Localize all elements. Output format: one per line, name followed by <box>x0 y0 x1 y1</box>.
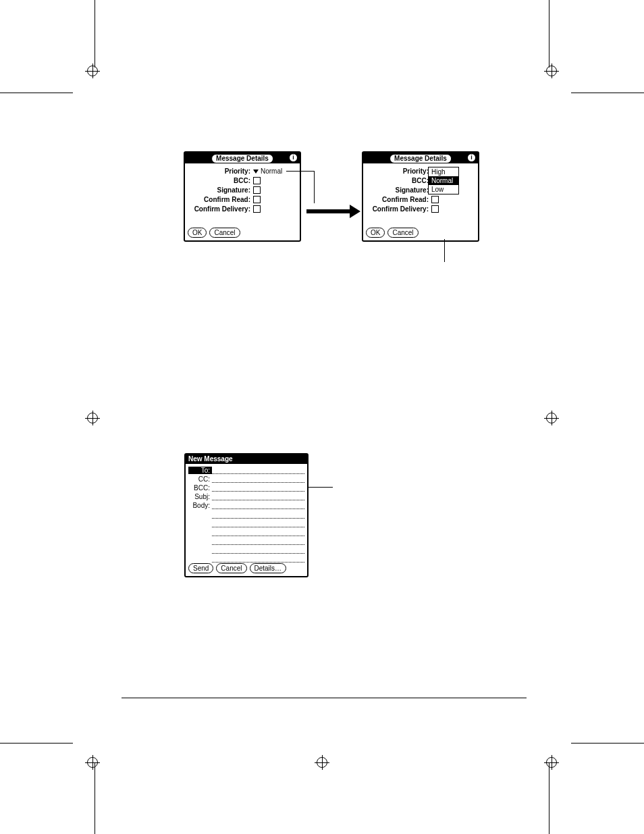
registration-mark-icon <box>544 411 559 425</box>
bcc-label: BCC: <box>188 177 253 184</box>
priority-option-selected[interactable]: Normal <box>429 176 458 185</box>
crop-mark <box>549 763 549 834</box>
confirm-read-label: Confirm Read: <box>367 196 431 203</box>
registration-mark-icon <box>85 755 100 770</box>
bcc-field[interactable] <box>212 484 304 492</box>
signature-label: Signature: <box>188 186 253 194</box>
confirm-delivery-checkbox[interactable] <box>253 205 261 213</box>
ok-button[interactable]: OK <box>366 228 385 238</box>
cancel-button[interactable]: Cancel <box>387 228 418 238</box>
callout-line <box>286 171 314 172</box>
dialog-title: New Message <box>186 454 236 464</box>
registration-mark-icon <box>544 63 559 78</box>
crop-mark <box>571 743 644 744</box>
message-details-dialog-dropdown: Message Details i Priority: BCC: Signatu… <box>362 151 479 242</box>
crop-mark <box>95 0 95 68</box>
message-details-dialog: Message Details i Priority: Normal BCC: … <box>184 151 301 242</box>
priority-popup[interactable]: High Normal Low <box>428 167 459 194</box>
dialog-titlebar: New Message <box>186 454 307 464</box>
crop-mark <box>549 0 549 68</box>
registration-mark-icon <box>85 63 100 78</box>
page: Message Details i Priority: Normal BCC: … <box>0 0 644 834</box>
confirm-delivery-checkbox[interactable] <box>431 205 439 213</box>
dialog-title: Message Details <box>390 154 452 163</box>
body-label[interactable]: Body: <box>188 502 212 509</box>
info-icon[interactable]: i <box>290 154 297 161</box>
callout-line <box>307 487 333 488</box>
body-line[interactable] <box>212 536 304 545</box>
confirm-read-label: Confirm Read: <box>188 196 253 203</box>
dialog-titlebar: Message Details i <box>185 153 300 163</box>
signature-checkbox[interactable] <box>253 186 261 194</box>
crop-mark <box>0 743 73 744</box>
confirm-delivery-label: Confirm Delivery: <box>188 205 253 213</box>
signature-label: Signature: <box>367 186 431 194</box>
arrow-head-icon <box>350 205 360 218</box>
cc-field[interactable] <box>212 475 304 483</box>
priority-picker[interactable]: Normal <box>253 167 282 175</box>
registration-mark-icon <box>544 755 559 770</box>
to-field[interactable] <box>212 466 304 474</box>
priority-option[interactable]: Low <box>429 185 458 194</box>
body-line[interactable] <box>212 554 304 563</box>
cc-label[interactable]: CC: <box>188 475 212 483</box>
details-button[interactable]: Details… <box>250 563 287 573</box>
callout-line <box>314 171 315 203</box>
arrow-icon <box>306 209 350 213</box>
priority-option[interactable]: High <box>429 167 458 176</box>
registration-mark-icon <box>85 411 100 425</box>
body-line[interactable] <box>212 527 304 536</box>
cancel-button[interactable]: Cancel <box>209 228 240 238</box>
dialog-titlebar: Message Details i <box>363 153 478 163</box>
confirm-delivery-label: Confirm Delivery: <box>367 205 431 213</box>
priority-value: Normal <box>261 167 282 175</box>
crop-mark <box>95 763 95 834</box>
body-line[interactable] <box>212 545 304 554</box>
crop-mark <box>0 93 73 93</box>
dialog-body: Priority: Normal BCC: Signature: Confirm… <box>185 163 300 220</box>
body-line[interactable] <box>212 510 304 519</box>
priority-label: Priority: <box>188 167 253 175</box>
subj-label[interactable]: Subj: <box>188 493 212 500</box>
to-label[interactable]: To: <box>188 467 212 474</box>
subj-field[interactable] <box>212 492 304 500</box>
divider <box>122 698 527 698</box>
priority-label: Priority: <box>367 167 431 175</box>
registration-mark-icon <box>315 755 329 770</box>
new-message-dialog: New Message To: CC: BCC: Subj: Body: <box>184 453 308 577</box>
send-button[interactable]: Send <box>188 563 213 573</box>
crop-mark <box>571 93 644 93</box>
confirm-read-checkbox[interactable] <box>253 196 261 203</box>
dialog-title: Message Details <box>211 154 273 163</box>
dialog-body: Priority: BCC: Signature: Confirm Read: … <box>363 163 478 220</box>
confirm-read-checkbox[interactable] <box>431 196 439 203</box>
cancel-button[interactable]: Cancel <box>216 563 246 573</box>
dropdown-icon <box>253 170 259 174</box>
bcc-checkbox[interactable] <box>253 177 261 184</box>
ok-button[interactable]: OK <box>188 228 207 238</box>
message-fields: To: CC: BCC: Subj: Body: <box>186 464 307 577</box>
info-icon[interactable]: i <box>468 154 475 161</box>
bcc-label[interactable]: BCC: <box>188 484 212 492</box>
body-field[interactable] <box>212 501 304 509</box>
callout-line <box>444 239 445 262</box>
bcc-label: BCC: <box>367 177 431 184</box>
body-line[interactable] <box>212 519 304 527</box>
